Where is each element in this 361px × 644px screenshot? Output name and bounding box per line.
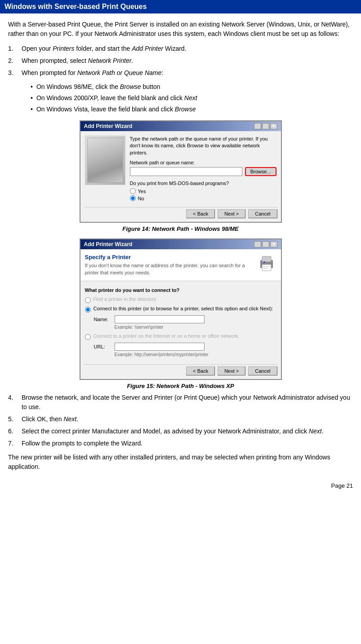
option2-label: Connect to this printer (or to browse fo…	[94, 306, 273, 311]
network-path-label: Network path or queue name:	[130, 160, 276, 165]
step-2-italic1: Network Printer	[88, 57, 131, 64]
close-btn[interactable]: ✕	[270, 123, 277, 129]
bullet-2-italic: Next	[184, 94, 197, 101]
steps-after-list: 4. Browse the network, and locate the Se…	[8, 393, 353, 448]
titlebar-buttons: _ □ ✕	[254, 123, 277, 129]
no-radio[interactable]	[130, 195, 136, 201]
url-section: URL: Example: http://server/printers/myp…	[94, 343, 276, 357]
yes-radio[interactable]	[130, 188, 136, 194]
option2-radio[interactable]	[85, 307, 91, 313]
printer-question: What printer do you want to connect to?	[85, 287, 276, 293]
minimize-btn[interactable]: _	[254, 123, 261, 129]
figure-15-container: Add Printer Wizard _ □ ✕ Specify a Print…	[8, 238, 353, 389]
dialog-15-top: Specify a Printer If you don't know the …	[80, 249, 281, 281]
step-7: 7. Follow the prompts to complete the Wi…	[8, 439, 353, 448]
bullet-3-italic: Browse	[175, 106, 196, 113]
maximize-btn-15[interactable]: □	[262, 241, 269, 247]
step-1-italic1: Printers	[53, 45, 74, 52]
option2-row: Connect to this printer (or to browse fo…	[85, 306, 276, 313]
page-content: With a Server-based Print Queue, the Pri…	[0, 20, 361, 472]
step-6-italic: Next	[309, 428, 322, 435]
svg-rect-5	[263, 268, 267, 269]
option1-radio[interactable]	[85, 297, 91, 303]
name-input[interactable]	[115, 315, 205, 323]
dialog-14-top-text: Type the network path or the queue name …	[130, 136, 276, 156]
dialog-15-title: Add Printer Wizard	[84, 241, 133, 247]
dialog-14-titlebar: Add Printer Wizard _ □ ✕	[80, 121, 281, 131]
cancel-button-14[interactable]: Cancel	[248, 209, 277, 218]
step-5-italic: Next	[63, 415, 76, 423]
step-1-num: 1.	[8, 44, 22, 53]
step-6-text: Select the correct printer Manufacturer …	[22, 427, 324, 436]
step-3-text: When prompted for Network Path or Queue …	[22, 68, 163, 78]
step-1-text: Open your Printers folder, and start the…	[22, 44, 187, 53]
svg-rect-4	[263, 266, 270, 267]
dialog-14-right: Type the network path or the queue name …	[130, 136, 276, 203]
figure-15-dialog: Add Printer Wizard _ □ ✕ Specify a Print…	[80, 238, 282, 380]
step-7-num: 7.	[8, 439, 22, 448]
close-btn-15[interactable]: ✕	[270, 241, 277, 247]
closing-paragraph: The new printer will be listed with any …	[8, 453, 353, 472]
figure-14-dialog: Add Printer Wizard _ □ ✕ Type the networ…	[80, 120, 282, 223]
printer-image	[85, 136, 125, 185]
dialog-15-body: What printer do you want to connect to? …	[80, 284, 281, 364]
url-row: URL:	[94, 343, 276, 351]
back-button-15[interactable]: < Back	[186, 366, 215, 375]
svg-rect-1	[262, 256, 271, 262]
page-title: Windows with Server-based Print Queues	[4, 3, 147, 10]
no-label: No	[138, 196, 144, 201]
name-label: Name:	[94, 317, 112, 322]
next-button-14[interactable]: Next >	[218, 209, 245, 218]
svg-rect-2	[262, 265, 271, 271]
url-input[interactable]	[115, 343, 205, 351]
step-4-num: 4.	[8, 393, 22, 412]
step-1: 1. Open your Printers folder, and start …	[8, 44, 353, 53]
browse-button[interactable]: Browse...	[245, 167, 276, 176]
step-3-num: 3.	[8, 68, 22, 78]
page-header: Windows with Server-based Print Queues	[0, 0, 361, 13]
name-row: Name:	[94, 315, 276, 323]
next-button-15[interactable]: Next >	[218, 366, 245, 375]
cancel-button-15[interactable]: Cancel	[248, 366, 277, 375]
network-path-input[interactable]	[130, 167, 242, 176]
figure-14-container: Add Printer Wizard _ □ ✕ Type the networ…	[8, 120, 353, 232]
step-3: 3. When prompted for Network Path or Que…	[8, 68, 353, 78]
option3-radio[interactable]	[85, 334, 91, 340]
name-section: Name: Example: \\server\printer	[94, 315, 276, 330]
titlebar-buttons-15: _ □ ✕	[254, 241, 277, 247]
page-footer: Page 21	[0, 478, 361, 494]
url-example: Example: http://server/printers/myprinte…	[115, 352, 276, 357]
bullet-3-text: On Windows Vista, leave the field blank …	[36, 105, 196, 114]
bullet-1: On Windows 98/ME, click the Browse butto…	[31, 82, 353, 92]
ms-dos-question: Do you print from MS-DOS-based programs?	[130, 181, 276, 186]
section-title: Specify a Printer	[85, 254, 252, 260]
step-6-num: 6.	[8, 427, 22, 436]
dialog-15-titlebar: Add Printer Wizard _ □ ✕	[80, 239, 281, 249]
page-number: Page 21	[331, 482, 353, 489]
step-3-italic1: Network Path or Queue Name	[77, 69, 162, 76]
minimize-btn-15[interactable]: _	[254, 241, 261, 247]
step-5: 5. Click OK, then Next.	[8, 415, 353, 424]
step-6: 6. Select the correct printer Manufactur…	[8, 427, 353, 436]
option3-label: Connect to a printer on the Internet or …	[94, 333, 240, 339]
maximize-btn[interactable]: □	[262, 123, 269, 129]
step-2: 2. When prompted, select Network Printer…	[8, 56, 353, 66]
option3-row: Connect to a printer on the Internet or …	[85, 333, 276, 340]
step-4-text: Browse the network, and locate the Serve…	[22, 393, 353, 412]
intro-paragraph: With a Server-based Print Queue, the Pri…	[8, 20, 353, 39]
step-2-num: 2.	[8, 56, 22, 66]
bullet-2-text: On Windows 2000/XP, leave the field blan…	[36, 93, 197, 103]
section-desc: If you don't know the name or address of…	[85, 262, 252, 276]
back-button-14[interactable]: < Back	[186, 209, 215, 218]
step-2-text: When prompted, select Network Printer.	[22, 56, 133, 66]
dialog-15-buttons: < Back Next > Cancel	[80, 365, 281, 379]
steps-list: 1. Open your Printers folder, and start …	[8, 44, 353, 78]
bullet-list: On Windows 98/ME, click the Browse butto…	[31, 82, 353, 114]
step-1-italic2: Add Printer	[132, 45, 163, 52]
url-label: URL:	[94, 344, 112, 349]
name-example: Example: \\server\printer	[115, 325, 276, 330]
step-5-text: Click OK, then Next.	[22, 415, 78, 424]
printer-icon-container	[257, 254, 276, 273]
dialog-14-title: Add Printer Wizard	[84, 123, 133, 129]
bullet-2: On Windows 2000/XP, leave the field blan…	[31, 93, 353, 103]
